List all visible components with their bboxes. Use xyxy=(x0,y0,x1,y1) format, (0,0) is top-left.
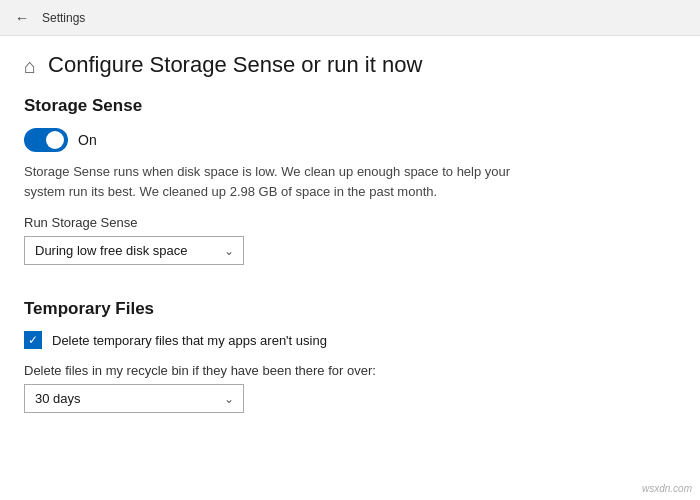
storage-sense-description: Storage Sense runs when disk space is lo… xyxy=(24,162,544,201)
toggle-label: On xyxy=(78,132,97,148)
delete-temp-files-label: Delete temporary files that my apps aren… xyxy=(52,333,327,348)
recycle-bin-label: Delete files in my recycle bin if they h… xyxy=(24,363,676,378)
delete-temp-files-row: ✓ Delete temporary files that my apps ar… xyxy=(24,331,676,349)
storage-sense-toggle-row: On xyxy=(24,128,676,152)
run-storage-sense-label: Run Storage Sense xyxy=(24,215,676,230)
temporary-files-title: Temporary Files xyxy=(24,299,676,319)
watermark: wsxdn.com xyxy=(642,483,692,494)
checkmark-icon: ✓ xyxy=(28,334,38,346)
toggle-track xyxy=(24,128,68,152)
title-bar-text: Settings xyxy=(42,11,85,25)
main-content: ⌂ Configure Storage Sense or run it now … xyxy=(0,36,700,500)
home-icon: ⌂ xyxy=(24,55,36,78)
back-button[interactable]: ← xyxy=(12,8,32,28)
delete-temp-files-checkbox[interactable]: ✓ xyxy=(24,331,42,349)
storage-sense-section: Storage Sense On Storage Sense runs when… xyxy=(24,96,676,283)
page-title: Configure Storage Sense or run it now xyxy=(48,52,422,78)
storage-sense-toggle[interactable] xyxy=(24,128,68,152)
toggle-thumb xyxy=(46,131,64,149)
page-header: ⌂ Configure Storage Sense or run it now xyxy=(24,52,676,78)
run-storage-sense-dropdown-container: During low free disk space Every day Eve… xyxy=(24,236,244,265)
recycle-bin-dropdown-container: 30 days 1 day 14 days 60 days Never ⌄ xyxy=(24,384,244,413)
checkbox-box: ✓ xyxy=(24,331,42,349)
temporary-files-section: Temporary Files ✓ Delete temporary files… xyxy=(24,299,676,431)
run-storage-sense-dropdown[interactable]: During low free disk space Every day Eve… xyxy=(24,236,244,265)
recycle-bin-dropdown[interactable]: 30 days 1 day 14 days 60 days Never xyxy=(24,384,244,413)
storage-sense-title: Storage Sense xyxy=(24,96,676,116)
title-bar: ← Settings xyxy=(0,0,700,36)
